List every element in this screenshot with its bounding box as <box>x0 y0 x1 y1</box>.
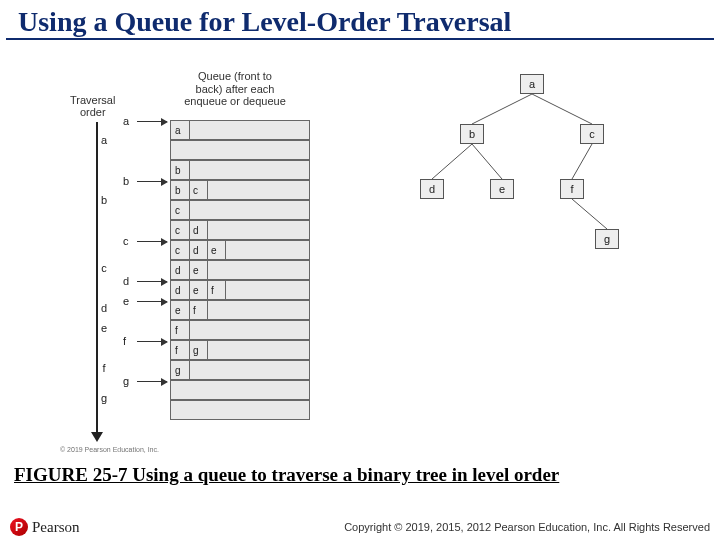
queue-state-row: cdec <box>170 240 310 260</box>
enqueue-arrow-icon <box>137 281 167 282</box>
traversal-letter: a <box>101 134 107 146</box>
queue-state-row: defd <box>170 280 310 300</box>
tree-node: a <box>520 74 544 94</box>
step-letter: c <box>123 235 129 247</box>
enqueue-arrow-icon <box>137 241 167 242</box>
queue-cell: d <box>175 265 185 276</box>
queue-cell: c <box>175 245 185 256</box>
step-letter: g <box>123 375 129 387</box>
step-letter: b <box>123 175 129 187</box>
traversal-order-label: Traversalorder <box>70 94 115 118</box>
queue-cell: c <box>175 225 185 236</box>
queue-cell: e <box>175 305 185 316</box>
traversal-letter: f <box>102 362 105 374</box>
queue-states-column: aabbcbccdcdecdedefdefeffgfgg <box>170 120 310 420</box>
queue-cell: f <box>211 285 221 296</box>
queue-cell: e <box>193 285 203 296</box>
tree-edges <box>400 74 660 274</box>
queue-state-row: de <box>170 260 310 280</box>
tree-node: f <box>560 179 584 199</box>
queue-state-row <box>170 140 310 160</box>
queue-cell: f <box>175 345 185 356</box>
queue-state-row: cd <box>170 220 310 240</box>
pearson-logo: P Pearson <box>10 518 80 536</box>
tree-edge <box>432 144 472 179</box>
queue-cell: b <box>175 165 185 176</box>
queue-cell: c <box>175 205 185 216</box>
queue-state-row: bcb <box>170 180 310 200</box>
queue-cell: a <box>175 125 185 136</box>
tree-edge <box>472 94 532 124</box>
step-letter: a <box>123 115 129 127</box>
tree-node: b <box>460 124 484 144</box>
traversal-letter: g <box>101 392 107 404</box>
queue-state-row: c <box>170 200 310 220</box>
queue-state-row: aa <box>170 120 310 140</box>
enqueue-arrow-icon <box>137 121 167 122</box>
tree-edge <box>472 144 502 179</box>
queue-state-row: g <box>170 360 310 380</box>
traversal-direction-arrow <box>96 122 98 440</box>
step-letter: f <box>123 335 126 347</box>
tree-edge <box>572 199 607 229</box>
queue-cell: d <box>175 285 185 296</box>
queue-cell: d <box>193 225 203 236</box>
traversal-letter: b <box>101 194 107 206</box>
enqueue-arrow-icon <box>137 181 167 182</box>
step-letter: e <box>123 295 129 307</box>
queue-state-row: g <box>170 380 310 400</box>
queue-cell: e <box>211 245 221 256</box>
copyright-text: Copyright © 2019, 2015, 2012 Pearson Edu… <box>344 521 710 533</box>
slide-footer: P Pearson Copyright © 2019, 2015, 2012 P… <box>0 518 720 536</box>
pearson-logo-text: Pearson <box>32 519 80 536</box>
queue-cell: c <box>193 185 203 196</box>
tree-node: d <box>420 179 444 199</box>
figure-micro-credit: © 2019 Pearson Education, Inc. <box>60 446 159 453</box>
queue-cell: e <box>193 265 203 276</box>
queue-state-row: b <box>170 160 310 180</box>
queue-state-row: f <box>170 320 310 340</box>
figure-area: Traversalorder abcdefg Queue (front toba… <box>0 44 720 462</box>
traversal-letter: d <box>101 302 107 314</box>
tree-node: g <box>595 229 619 249</box>
slide-title: Using a Queue for Level-Order Traversal <box>6 0 714 40</box>
pearson-logo-icon: P <box>10 518 28 536</box>
queue-state-row <box>170 400 310 420</box>
traversal-letter: c <box>101 262 107 274</box>
queue-cell: f <box>175 325 185 336</box>
queue-cell: g <box>175 365 185 376</box>
enqueue-arrow-icon <box>137 381 167 382</box>
tree-edge <box>532 94 592 124</box>
enqueue-arrow-icon <box>137 341 167 342</box>
tree-edge <box>572 144 592 179</box>
figure-caption: FIGURE 25-7 Using a queue to traverse a … <box>0 462 720 486</box>
queue-state-row: fgf <box>170 340 310 360</box>
tree-node: e <box>490 179 514 199</box>
tree-node: c <box>580 124 604 144</box>
queue-cell: g <box>193 345 203 356</box>
queue-state-row: efe <box>170 300 310 320</box>
traversal-letter: e <box>101 322 107 334</box>
enqueue-arrow-icon <box>137 301 167 302</box>
queue-cell: d <box>193 245 203 256</box>
queue-cell: b <box>175 185 185 196</box>
step-letter: d <box>123 275 129 287</box>
binary-tree-diagram: abcdefg <box>400 74 660 274</box>
queue-column-header: Queue (front toback) after eachenqueue o… <box>170 70 300 108</box>
queue-cell: f <box>193 305 203 316</box>
